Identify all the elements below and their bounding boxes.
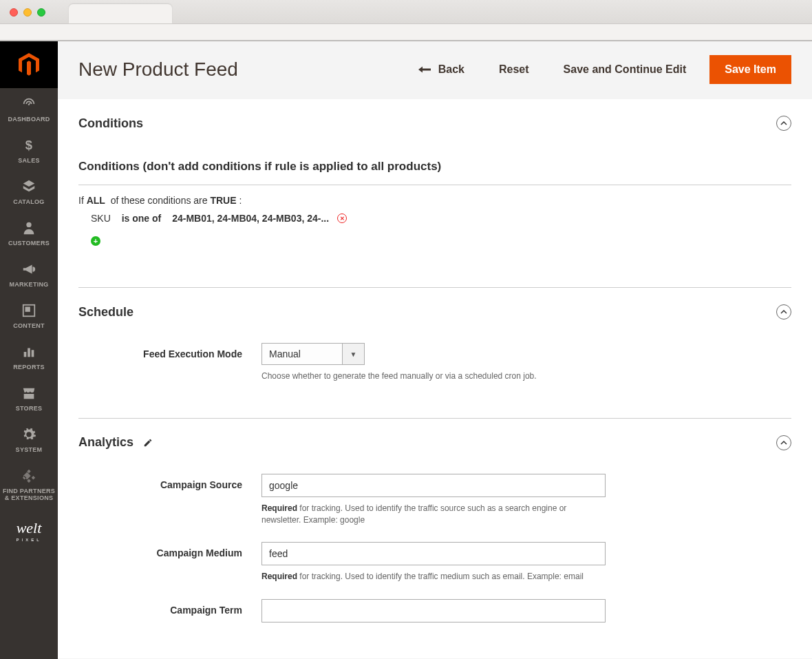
campaign-source-hint: Required for tracking. Used to identify …	[261, 503, 606, 526]
sidebar-label: STORES	[16, 405, 43, 412]
pencil-icon[interactable]	[143, 438, 153, 448]
window-close-button[interactable]	[10, 8, 18, 17]
feed-mode-label: Feed Execution Mode	[78, 343, 261, 382]
add-condition-icon[interactable]	[91, 236, 100, 246]
sidebar-label: MARKETING	[9, 281, 48, 288]
arrow-left-icon	[418, 65, 431, 74]
page-title: New Product Feed	[78, 59, 395, 81]
sidebar-item-reports[interactable]: REPORTS	[0, 336, 58, 377]
sidebar-item-catalog[interactable]: CATALOG	[0, 171, 58, 212]
svg-point-1	[26, 222, 31, 227]
sidebar-item-sales[interactable]: $ SALES	[0, 129, 58, 171]
svg-rect-5	[28, 348, 30, 357]
weltpixel-logo[interactable]: welt PIXEL	[0, 508, 58, 549]
feed-mode-select[interactable]: Manual ▼	[261, 343, 365, 365]
section-analytics-header[interactable]: Analytics	[78, 418, 791, 466]
window-minimize-button[interactable]	[23, 8, 32, 17]
browser-toolbar	[0, 23, 812, 41]
section-title: Analytics	[78, 435, 133, 450]
conditions-aggregator[interactable]: ALL	[87, 195, 105, 206]
sidebar-label: SALES	[18, 157, 40, 164]
divider	[78, 185, 791, 185]
condition-attribute[interactable]: SKU	[91, 213, 111, 224]
campaign-medium-hint: Required for tracking. Used to identify …	[261, 571, 606, 583]
campaign-term-row: Campaign Term	[78, 591, 791, 631]
campaign-source-row: Campaign Source Required for tracking. U…	[78, 466, 791, 534]
save-continue-button[interactable]: Save and Continue Edit	[553, 56, 698, 83]
svg-rect-3	[25, 307, 30, 312]
sidebar-item-customers[interactable]: CUSTOMERS	[0, 212, 58, 253]
condition-row: SKU is one of 24-MB01, 24-MB04, 24-MB03,…	[78, 213, 791, 224]
sidebar-item-marketing[interactable]: MARKETING	[0, 253, 58, 295]
main-content: New Product Feed Back Reset Save and Con…	[58, 41, 812, 659]
campaign-source-label: Campaign Source	[78, 474, 261, 526]
browser-tab[interactable]	[69, 4, 172, 23]
collapse-toggle-icon[interactable]	[776, 304, 791, 320]
sidebar-item-system[interactable]: SYSTEM	[0, 419, 58, 460]
sidebar-label: SYSTEM	[16, 446, 43, 453]
campaign-medium-label: Campaign Medium	[78, 542, 261, 583]
window-zoom-button[interactable]	[37, 8, 45, 17]
save-item-button[interactable]: Save Item	[709, 55, 791, 84]
section-title: Schedule	[78, 305, 133, 320]
sidebar-item-dashboard[interactable]: DASHBOARD	[0, 88, 58, 129]
reset-button[interactable]: Reset	[488, 56, 540, 83]
page-header: New Product Feed Back Reset Save and Con…	[58, 41, 812, 99]
conditions-rule-line: If ALL of these conditions are TRUE :	[78, 195, 791, 206]
sidebar-label: REPORTS	[13, 364, 45, 370]
feed-mode-hint: Choose whether to generate the feed manu…	[261, 370, 606, 382]
condition-value[interactable]: 24-MB01, 24-MB04, 24-MB03, 24-...	[172, 213, 329, 224]
collapse-toggle-icon[interactable]	[776, 116, 791, 131]
campaign-source-input[interactable]	[261, 474, 606, 497]
campaign-medium-row: Campaign Medium Required for tracking. U…	[78, 534, 791, 591]
sidebar-label: CATALOG	[13, 198, 44, 205]
sidebar-label: FIND PARTNERS & EXTENSIONS	[3, 488, 55, 501]
section-conditions-header[interactable]: Conditions	[78, 99, 791, 146]
magento-icon	[19, 53, 39, 76]
svg-rect-6	[32, 350, 34, 357]
back-button[interactable]: Back	[407, 56, 476, 83]
remove-condition-icon[interactable]	[337, 213, 347, 223]
magento-logo[interactable]	[0, 41, 58, 88]
sidebar-label: CUSTOMERS	[8, 240, 50, 247]
sidebar-label: DASHBOARD	[8, 116, 50, 123]
feed-mode-row: Feed Execution Mode Manual ▼ Choose whet…	[78, 335, 791, 390]
svg-text:$: $	[25, 138, 32, 152]
admin-sidebar: DASHBOARD $ SALES CATALOG CUSTOMERS MARK…	[0, 41, 58, 659]
campaign-term-input[interactable]	[261, 599, 606, 623]
chevron-down-icon: ▼	[342, 344, 364, 364]
condition-operator[interactable]: is one of	[122, 213, 162, 224]
conditions-subtitle: Conditions (don't add conditions if rule…	[78, 146, 791, 185]
sidebar-item-partners[interactable]: FIND PARTNERS & EXTENSIONS	[0, 460, 58, 508]
campaign-medium-input[interactable]	[261, 542, 606, 565]
sidebar-label: CONTENT	[13, 322, 45, 329]
browser-chrome	[0, 0, 812, 41]
svg-rect-4	[24, 352, 27, 357]
sidebar-item-stores[interactable]: STORES	[0, 377, 58, 419]
section-schedule-header[interactable]: Schedule	[78, 287, 791, 335]
sidebar-item-content[interactable]: CONTENT	[0, 295, 58, 336]
section-title: Conditions	[78, 116, 143, 131]
collapse-toggle-icon[interactable]	[776, 435, 791, 450]
conditions-value[interactable]: TRUE	[210, 195, 236, 206]
campaign-term-label: Campaign Term	[78, 599, 261, 623]
